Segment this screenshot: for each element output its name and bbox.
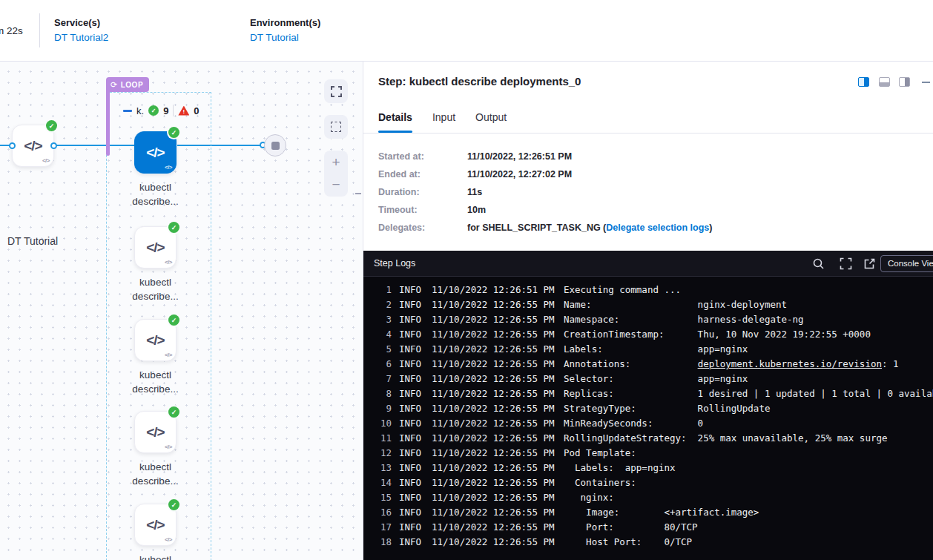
environment-field: Environment(s) DT Tutorial bbox=[250, 17, 320, 43]
tab-details[interactable]: Details bbox=[378, 111, 412, 133]
log-timestamp: 11/10/2022 12:26:55 PM bbox=[432, 520, 555, 535]
log-timestamp: 11/10/2022 12:26:55 PM bbox=[432, 342, 555, 357]
success-check-icon: ✓ bbox=[168, 499, 179, 510]
log-line-number: 9 bbox=[371, 401, 392, 416]
log-line-number: 1 bbox=[371, 283, 392, 297]
log-annotation-link[interactable]: deployment.kubernetes.io/revision bbox=[698, 358, 882, 369]
log-level: INFO bbox=[399, 327, 423, 342]
log-timestamp: 11/10/2022 12:26:55 PM bbox=[432, 386, 555, 401]
pipeline-canvas[interactable]: ⟳ LOOP k. ✓ 9 ! 0 </> </> ✓ DT Tutorial … bbox=[0, 62, 363, 560]
log-timestamp: 11/10/2022 12:26:55 PM bbox=[432, 446, 555, 461]
loop-step-node[interactable]: </></>✓ bbox=[134, 504, 177, 546]
loop-step-node[interactable]: </></>✓ bbox=[134, 319, 177, 361]
code-icon: </> bbox=[146, 145, 164, 161]
log-message: Host Port: 0/TCP bbox=[564, 535, 692, 550]
step-panel-header: Step: kubectl describe deployments_0 bbox=[363, 62, 933, 94]
step-logs-section: Step Logs Console View 1INFO11/10/2022 1… bbox=[363, 251, 933, 560]
log-line: 3INFO11/10/2022 12:26:55 PMNamespace: ha… bbox=[363, 312, 933, 327]
log-level: INFO bbox=[399, 461, 423, 475]
fit-to-screen-icon bbox=[331, 86, 342, 97]
stage-end-node[interactable] bbox=[264, 134, 286, 157]
log-line-number: 6 bbox=[371, 357, 392, 372]
log-timestamp: 11/10/2022 12:26:55 PM bbox=[432, 416, 555, 431]
log-timestamp: 11/10/2022 12:26:55 PM bbox=[432, 401, 555, 416]
log-message: Port: 80/TCP bbox=[564, 520, 698, 535]
marquee-select-icon bbox=[331, 122, 341, 132]
success-check-icon: ✓ bbox=[168, 314, 179, 326]
detail-label: Ended at: bbox=[378, 169, 467, 179]
step-logs-console[interactable]: 1INFO11/10/2022 12:26:51 PMExecuting com… bbox=[363, 277, 933, 550]
environment-link[interactable]: DT Tutorial bbox=[250, 32, 320, 43]
loop-badge-tail bbox=[106, 92, 110, 156]
console-view-button[interactable]: Console View bbox=[880, 255, 933, 272]
log-line: 17INFO11/10/2022 12:26:55 PM Port: 80/TC… bbox=[363, 520, 933, 535]
log-line: 10INFO11/10/2022 12:26:55 PMMinReadySeco… bbox=[363, 416, 933, 431]
log-timestamp: 11/10/2022 12:26:55 PM bbox=[432, 505, 555, 520]
log-line-number: 10 bbox=[371, 416, 392, 431]
success-check-icon: ✓ bbox=[168, 406, 179, 418]
service-link[interactable]: DT Tutorial2 bbox=[54, 32, 108, 43]
warning-triangle-icon: ! bbox=[178, 106, 189, 116]
failed-count: 0 bbox=[194, 105, 199, 116]
shell-script-mini-icon: </> bbox=[165, 444, 172, 450]
connector-dot-right[interactable] bbox=[50, 142, 57, 149]
connector-dot-left[interactable] bbox=[9, 142, 16, 149]
detail-row: Started at:11/10/2022, 12:26:51 PM bbox=[378, 151, 918, 169]
log-level: INFO bbox=[399, 312, 423, 327]
step-details-panel: Step: kubectl describe deployments_0 Det… bbox=[363, 62, 933, 560]
code-icon: </> bbox=[24, 138, 42, 154]
start-step-node[interactable]: </> </> ✓ bbox=[12, 125, 54, 167]
zoom-in-button[interactable]: + bbox=[332, 155, 340, 170]
success-check-icon: ✓ bbox=[168, 127, 179, 138]
stop-icon bbox=[271, 142, 280, 150]
zoom-controls: + − bbox=[324, 151, 348, 197]
layout-bottom-view-icon[interactable] bbox=[879, 77, 890, 87]
log-line-number: 18 bbox=[371, 535, 392, 550]
panel-resize-handle[interactable] bbox=[355, 193, 361, 194]
detail-row: Delegates:for SHELL_SCRIPT_TASK_NG (Dele… bbox=[378, 223, 918, 240]
loop-step-node[interactable]: </></>✓ bbox=[134, 131, 177, 174]
log-message: nginx: bbox=[564, 490, 614, 505]
log-line-number: 5 bbox=[371, 342, 392, 357]
fit-to-screen-button[interactable] bbox=[324, 79, 348, 103]
log-timestamp: 11/10/2022 12:26:55 PM bbox=[432, 535, 555, 550]
log-level: INFO bbox=[399, 416, 423, 431]
delegate-selection-logs-link[interactable]: Delegate selection logs bbox=[606, 223, 709, 233]
minimize-panel-icon[interactable] bbox=[922, 82, 930, 83]
log-line-number: 2 bbox=[371, 297, 392, 312]
log-level: INFO bbox=[399, 283, 423, 297]
collapse-icon[interactable] bbox=[123, 110, 132, 112]
tab-input[interactable]: Input bbox=[432, 111, 455, 133]
log-line-number: 7 bbox=[371, 372, 392, 386]
log-level: INFO bbox=[399, 490, 423, 505]
log-message: Image: <+artifact.image> bbox=[564, 505, 759, 520]
open-in-new-window-icon[interactable] bbox=[863, 257, 876, 270]
log-level: INFO bbox=[399, 520, 423, 535]
loop-step-label: kubectldescribe... bbox=[113, 553, 198, 560]
loop-icon: ⟳ bbox=[111, 80, 118, 90]
layout-right-view-icon[interactable] bbox=[899, 77, 910, 87]
log-line: 2INFO11/10/2022 12:26:55 PMName: nginx-d… bbox=[363, 297, 933, 312]
tab-output[interactable]: Output bbox=[475, 111, 507, 133]
zoom-out-button[interactable]: − bbox=[332, 177, 340, 192]
fullscreen-icon[interactable] bbox=[840, 257, 852, 270]
layout-split-view-icon[interactable] bbox=[858, 77, 869, 87]
log-line-number: 14 bbox=[371, 475, 392, 490]
detail-value: 10m bbox=[467, 205, 486, 215]
loop-step-label: kubectldescribe... bbox=[113, 275, 198, 303]
loop-step-node[interactable]: </></>✓ bbox=[134, 411, 177, 453]
shell-script-mini-icon: </> bbox=[165, 536, 172, 543]
log-message: Name: nginx-deployment bbox=[564, 297, 787, 312]
loop-badge[interactable]: ⟳ LOOP bbox=[106, 77, 149, 92]
log-level: INFO bbox=[399, 372, 423, 386]
detail-row: Duration:11s bbox=[378, 187, 918, 205]
execution-duration: m 22s bbox=[0, 25, 23, 36]
log-level: INFO bbox=[399, 446, 423, 461]
marquee-select-button[interactable] bbox=[324, 115, 348, 139]
search-icon[interactable] bbox=[812, 257, 825, 270]
log-line: 18INFO11/10/2022 12:26:55 PM Host Port: … bbox=[363, 535, 933, 550]
loop-step-node[interactable]: </></>✓ bbox=[134, 226, 177, 269]
log-timestamp: 11/10/2022 12:26:55 PM bbox=[432, 431, 555, 446]
log-line: 1INFO11/10/2022 12:26:51 PMExecuting com… bbox=[363, 283, 933, 297]
log-message: Containers: bbox=[564, 475, 636, 490]
